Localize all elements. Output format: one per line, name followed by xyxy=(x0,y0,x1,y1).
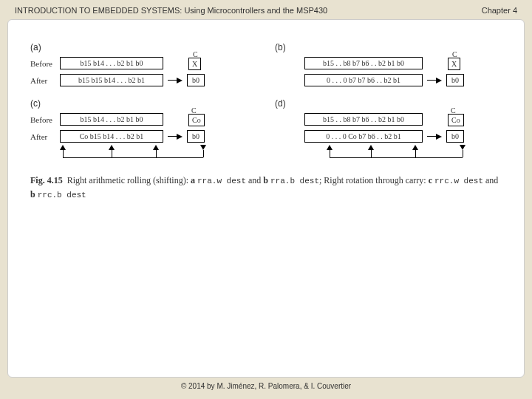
after-label: After xyxy=(30,132,55,141)
panel-c: (c) Before b15 b14 . . . b2 b1 b0 C Co A… xyxy=(30,98,257,160)
panel-b: (b) b15 . . b8 b7 b6 . . b2 b1 b0 C X 0 … xyxy=(275,42,502,91)
before-label: Before xyxy=(30,59,55,68)
panel-b-label: (b) xyxy=(275,42,502,52)
before-carry-d: Co xyxy=(448,114,464,126)
page-footer: © 2014 by M. Jiménez, R. Palomera, & I. … xyxy=(0,379,532,393)
panel-a-label: (a) xyxy=(30,42,257,52)
feedback-arrows-d xyxy=(304,147,502,160)
before-label: Before xyxy=(30,115,55,124)
figure-caption: Fig. 4.15 Right arithmetic rolling (shif… xyxy=(30,174,502,201)
arrow-right-icon xyxy=(168,134,183,140)
panel-c-label: (c) xyxy=(30,98,257,109)
page-header: INTRODUCTION TO EMBEDDED SYSTEMS: Using … xyxy=(0,0,532,18)
before-bits-a: b15 b14 . . . b2 b1 b0 xyxy=(60,57,163,69)
c-label: C xyxy=(193,50,198,58)
after-label: After xyxy=(30,76,55,85)
c-label: C xyxy=(451,106,456,115)
before-carry-a: X xyxy=(188,58,201,70)
c-label: C xyxy=(191,106,197,115)
before-bits-b: b15 . . b8 b7 b6 . . b2 b1 b0 xyxy=(304,57,423,69)
after-carry-a: b0 xyxy=(187,74,205,86)
arrow-right-icon xyxy=(168,78,183,83)
after-bits-a: b15 b15 b14 . . . b2 b1 xyxy=(60,74,163,86)
before-carry-c: Co xyxy=(188,114,205,126)
c-label: C xyxy=(452,50,457,58)
feedback-arrows-c xyxy=(60,147,257,160)
before-bits-c: b15 b14 . . . b2 b1 b0 xyxy=(60,113,163,126)
after-bits-c: Co b15 b14 . . . b2 b1 xyxy=(60,130,163,143)
content-area: (a) Before b15 b14 . . . b2 b1 b0 C X Af… xyxy=(7,19,525,378)
after-bits-b: 0 . . . 0 b7 b7 b6 . . b2 b1 xyxy=(304,74,423,86)
diagram-grid: (a) Before b15 b14 . . . b2 b1 b0 C X Af… xyxy=(30,42,502,160)
after-carry-d: b0 xyxy=(446,130,464,143)
fig-number: Fig. 4.15 xyxy=(30,175,63,185)
after-carry-c: b0 xyxy=(187,130,205,143)
arrow-right-icon xyxy=(427,134,442,140)
before-carry-b: X xyxy=(448,58,460,70)
before-bits-d: b15 . . b8 b7 b6 . . b2 b1 b0 xyxy=(304,113,423,126)
panel-a: (a) Before b15 b14 . . . b2 b1 b0 C X Af… xyxy=(30,42,257,91)
panel-d-label: (d) xyxy=(275,98,502,109)
after-bits-d: 0 . . . 0 Co b7 b6 . . b2 b1 xyxy=(304,130,423,143)
panel-d: (d) b15 . . b8 b7 b6 . . b2 b1 b0 C Co 0… xyxy=(275,98,502,160)
after-carry-b: b0 xyxy=(446,74,464,86)
arrow-right-icon xyxy=(427,78,442,83)
book-title: INTRODUCTION TO EMBEDDED SYSTEMS: Using … xyxy=(15,6,327,15)
chapter-label: Chapter 4 xyxy=(482,6,517,15)
